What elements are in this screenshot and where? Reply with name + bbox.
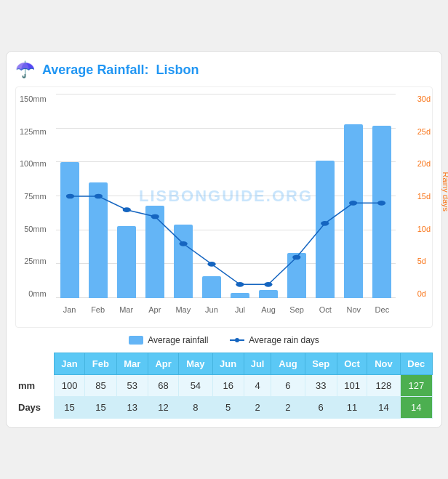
x-label-jun: Jun [205, 305, 218, 314]
mm-cell-nov: 128 [367, 375, 400, 397]
page-title: Average Rainfall: Lisbon [42, 63, 199, 78]
row-label-mm: mm [15, 375, 54, 397]
x-label-oct: Oct [319, 305, 332, 314]
mm-cell-jun: 16 [212, 375, 244, 397]
svg-point-11 [377, 201, 385, 206]
legend-line-icon [230, 339, 244, 341]
mm-cell-aug: 6 [271, 375, 305, 397]
x-label-mar: Mar [119, 305, 133, 314]
x-label-dec: Dec [375, 305, 390, 314]
svg-point-9 [321, 221, 329, 226]
mm-cell-dec: 127 [400, 375, 432, 397]
days-cell-jun: 5 [212, 397, 244, 419]
days-cell-aug: 2 [271, 397, 305, 419]
svg-point-5 [207, 262, 215, 267]
table-header-Sep: Sep [305, 353, 337, 375]
y-axis-left: 0mm25mm50mm75mm100mm125mm150mm [20, 94, 47, 298]
table-header-Feb: Feb [85, 353, 116, 375]
mm-cell-feb: 85 [85, 375, 116, 397]
legend-bar-icon [129, 336, 143, 345]
table-header-Aug: Aug [271, 353, 305, 375]
mm-cell-oct: 101 [337, 375, 367, 397]
mm-cell-jan: 100 [54, 375, 84, 397]
data-table: JanFebMarAprMayJunJulAugSepOctNovDecmm10… [15, 353, 433, 419]
table-header-row-label [15, 353, 54, 375]
y-label-rainydays: Rainy days [441, 172, 448, 212]
row-label-days: Days [15, 397, 54, 419]
svg-point-2 [123, 207, 131, 212]
x-label-jul: Jul [235, 305, 245, 314]
mm-cell-apr: 68 [148, 375, 178, 397]
chart-area: 0mm25mm50mm75mm100mm125mm150mm 0d5d10d15… [56, 94, 396, 298]
table-header-Jun: Jun [212, 353, 244, 375]
chart-container: Rainfall Rainy days 0mm25mm50mm75mm100mm… [15, 86, 433, 328]
days-cell-dec: 14 [400, 397, 432, 419]
mm-cell-may: 54 [179, 375, 212, 397]
mm-cell-mar: 53 [116, 375, 148, 397]
legend-days: Average rain days [230, 335, 319, 345]
svg-point-1 [95, 194, 103, 199]
legend-days-label: Average rain days [249, 335, 319, 345]
table-header-Jul: Jul [244, 353, 271, 375]
x-label-jan: Jan [63, 305, 76, 314]
days-cell-jan: 15 [54, 397, 84, 419]
days-cell-may: 8 [179, 397, 212, 419]
table-header-Nov: Nov [367, 353, 400, 375]
mm-cell-sep: 33 [305, 375, 337, 397]
days-cell-feb: 15 [85, 397, 116, 419]
legend: Average rainfall Average rain days [15, 335, 433, 345]
x-label-apr: Apr [148, 305, 161, 314]
days-cell-apr: 12 [148, 397, 178, 419]
mm-cell-jul: 4 [244, 375, 271, 397]
x-label-sep: Sep [289, 305, 304, 314]
main-card: ☂️ Average Rainfall: Lisbon Rainfall Rai… [6, 51, 442, 428]
rain-days-line [56, 94, 396, 298]
svg-point-0 [66, 194, 74, 199]
days-cell-nov: 14 [367, 397, 400, 419]
legend-rainfall-label: Average rainfall [148, 335, 208, 345]
table-header-May: May [179, 353, 212, 375]
x-label-aug: Aug [261, 305, 276, 314]
days-cell-sep: 6 [305, 397, 337, 419]
city-name: Lisbon [156, 63, 199, 77]
days-cell-mar: 13 [116, 397, 148, 419]
x-label-nov: Nov [347, 305, 361, 314]
title-text: Average Rainfall: [42, 63, 148, 77]
table-header-Mar: Mar [116, 353, 148, 375]
x-label-may: May [175, 305, 191, 314]
umbrella-icon: ☂️ [15, 60, 35, 79]
days-cell-oct: 11 [337, 397, 367, 419]
svg-point-4 [180, 241, 188, 246]
svg-point-10 [349, 201, 357, 206]
svg-point-3 [151, 214, 159, 220]
table-header-Apr: Apr [148, 353, 178, 375]
days-cell-jul: 2 [244, 397, 271, 419]
legend-rainfall: Average rainfall [129, 335, 208, 345]
table-header-Oct: Oct [337, 353, 367, 375]
svg-point-7 [264, 282, 272, 287]
y-axis-right: 0d5d10d15d20d25d30d [417, 94, 431, 298]
svg-point-6 [236, 282, 244, 287]
header: ☂️ Average Rainfall: Lisbon [15, 60, 433, 79]
x-label-feb: Feb [91, 305, 105, 314]
svg-point-8 [292, 255, 300, 260]
table-header-Dec: Dec [400, 353, 432, 375]
table-header-Jan: Jan [54, 353, 84, 375]
